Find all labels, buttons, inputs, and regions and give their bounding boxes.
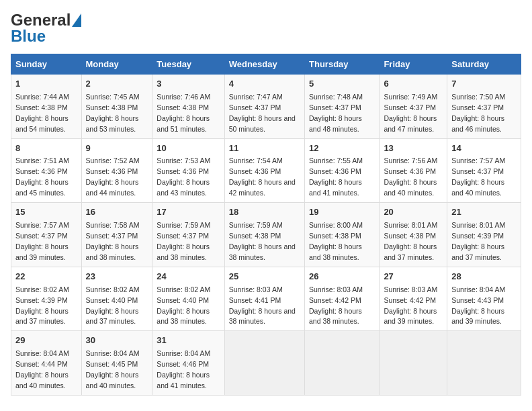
col-header-monday: Monday [81,54,152,75]
day-info: Sunrise: 8:02 AMSunset: 4:40 PMDaylight:… [86,285,140,326]
col-header-sunday: Sunday [11,54,82,75]
day-number: 11 [229,142,300,155]
day-info: Sunrise: 7:53 AMSunset: 4:36 PMDaylight:… [157,156,210,197]
day-number: 16 [86,206,148,219]
day-info: Sunrise: 8:00 AMSunset: 4:38 PMDaylight:… [309,221,363,261]
day-number: 17 [157,206,220,219]
day-info: Sunrise: 8:04 AMSunset: 4:43 PMDaylight:… [451,285,505,326]
calendar-cell: 14 Sunrise: 7:57 AMSunset: 4:37 PMDaylig… [447,138,521,203]
day-info: Sunrise: 8:04 AMSunset: 4:45 PMDaylight:… [86,349,140,390]
day-info: Sunrise: 7:57 AMSunset: 4:37 PMDaylight:… [15,221,69,261]
day-number: 2 [86,78,148,91]
calendar-cell: 24 Sunrise: 8:02 AMSunset: 4:40 PMDaylig… [152,267,224,331]
calendar-cell: 15 Sunrise: 7:57 AMSunset: 4:37 PMDaylig… [11,203,82,267]
day-info: Sunrise: 7:50 AMSunset: 4:37 PMDaylight:… [451,93,505,133]
day-info: Sunrise: 8:02 AMSunset: 4:40 PMDaylight:… [157,285,210,326]
calendar-cell: 22 Sunrise: 8:02 AMSunset: 4:39 PMDaylig… [11,267,82,331]
day-number: 1 [15,78,77,91]
calendar-cell: 12 Sunrise: 7:55 AMSunset: 4:36 PMDaylig… [305,138,380,203]
calendar-cell: 20 Sunrise: 8:01 AMSunset: 4:38 PMDaylig… [380,203,447,267]
day-number: 21 [451,206,517,219]
col-header-tuesday: Tuesday [152,54,224,75]
day-info: Sunrise: 7:59 AMSunset: 4:37 PMDaylight:… [157,221,210,261]
calendar-cell: 6 Sunrise: 7:49 AMSunset: 4:37 PMDayligh… [380,75,447,139]
day-number: 31 [157,334,220,347]
day-info: Sunrise: 8:03 AMSunset: 4:42 PMDaylight:… [309,285,363,326]
calendar-cell: 28 Sunrise: 8:04 AMSunset: 4:43 PMDaylig… [447,267,521,331]
day-number: 20 [384,206,443,219]
day-info: Sunrise: 7:44 AMSunset: 4:38 PMDaylight:… [15,93,69,133]
calendar-week-2: 8 Sunrise: 7:51 AMSunset: 4:36 PMDayligh… [11,138,521,203]
day-info: Sunrise: 7:59 AMSunset: 4:38 PMDaylight:… [229,221,296,261]
day-info: Sunrise: 7:47 AMSunset: 4:37 PMDaylight:… [229,93,296,133]
logo-part2: Blue [11,27,46,46]
day-number: 28 [451,271,517,283]
day-number: 29 [15,334,77,347]
calendar-cell: 31 Sunrise: 8:04 AMSunset: 4:46 PMDaylig… [152,331,224,396]
calendar-cell: 23 Sunrise: 8:02 AMSunset: 4:40 PMDaylig… [81,267,152,331]
calendar-cell: 11 Sunrise: 7:54 AMSunset: 4:36 PMDaylig… [224,138,304,203]
page-header: General Blue [11,11,521,46]
day-info: Sunrise: 8:02 AMSunset: 4:39 PMDaylight:… [15,285,69,326]
day-info: Sunrise: 7:55 AMSunset: 4:36 PMDaylight:… [309,156,363,197]
day-number: 27 [384,271,443,283]
day-info: Sunrise: 7:57 AMSunset: 4:37 PMDaylight:… [451,156,505,197]
day-info: Sunrise: 7:54 AMSunset: 4:36 PMDaylight:… [229,156,296,197]
col-header-saturday: Saturday [447,54,521,75]
day-number: 4 [229,78,300,91]
day-info: Sunrise: 7:46 AMSunset: 4:38 PMDaylight:… [157,93,210,133]
calendar-cell: 29 Sunrise: 8:04 AMSunset: 4:44 PMDaylig… [11,331,82,396]
day-info: Sunrise: 8:01 AMSunset: 4:38 PMDaylight:… [384,221,437,261]
day-info: Sunrise: 7:58 AMSunset: 4:37 PMDaylight:… [86,221,140,261]
calendar-cell: 13 Sunrise: 7:56 AMSunset: 4:36 PMDaylig… [380,138,447,203]
calendar-cell: 8 Sunrise: 7:51 AMSunset: 4:36 PMDayligh… [11,138,82,203]
day-number: 9 [86,142,148,155]
day-number: 10 [157,142,220,155]
calendar-cell: 18 Sunrise: 7:59 AMSunset: 4:38 PMDaylig… [224,203,304,267]
calendar-cell [380,331,447,396]
day-info: Sunrise: 8:03 AMSunset: 4:41 PMDaylight:… [229,285,296,326]
day-info: Sunrise: 7:52 AMSunset: 4:36 PMDaylight:… [86,156,140,197]
calendar-cell: 7 Sunrise: 7:50 AMSunset: 4:37 PMDayligh… [447,75,521,139]
day-info: Sunrise: 7:48 AMSunset: 4:37 PMDaylight:… [309,93,363,133]
day-info: Sunrise: 7:51 AMSunset: 4:36 PMDaylight:… [15,156,69,197]
calendar-cell: 21 Sunrise: 8:01 AMSunset: 4:39 PMDaylig… [447,203,521,267]
calendar-cell: 4 Sunrise: 7:47 AMSunset: 4:37 PMDayligh… [224,75,304,139]
day-number: 7 [451,78,517,91]
day-number: 30 [86,334,148,347]
calendar-table: SundayMondayTuesdayWednesdayThursdayFrid… [11,54,521,396]
col-header-wednesday: Wednesday [224,54,304,75]
calendar-cell: 16 Sunrise: 7:58 AMSunset: 4:37 PMDaylig… [81,203,152,267]
calendar-cell [447,331,521,396]
day-number: 5 [309,78,375,91]
calendar-cell: 1 Sunrise: 7:44 AMSunset: 4:38 PMDayligh… [11,75,82,139]
day-number: 12 [309,142,375,155]
calendar-cell [224,331,304,396]
logo-triangle-icon [72,13,81,27]
day-number: 19 [309,206,375,219]
day-info: Sunrise: 8:01 AMSunset: 4:39 PMDaylight:… [451,221,505,261]
calendar-cell: 5 Sunrise: 7:48 AMSunset: 4:37 PMDayligh… [305,75,380,139]
calendar-cell [305,331,380,396]
day-info: Sunrise: 7:49 AMSunset: 4:37 PMDaylight:… [384,93,437,133]
day-info: Sunrise: 8:03 AMSunset: 4:42 PMDaylight:… [384,285,437,326]
day-info: Sunrise: 8:04 AMSunset: 4:46 PMDaylight:… [157,349,210,390]
day-number: 14 [451,142,517,155]
calendar-cell: 3 Sunrise: 7:46 AMSunset: 4:38 PMDayligh… [152,75,224,139]
day-info: Sunrise: 8:04 AMSunset: 4:44 PMDaylight:… [15,349,69,390]
day-info: Sunrise: 7:45 AMSunset: 4:38 PMDaylight:… [86,93,140,133]
day-number: 22 [15,271,77,283]
day-number: 3 [157,78,220,91]
day-number: 13 [384,142,443,155]
calendar-cell: 10 Sunrise: 7:53 AMSunset: 4:36 PMDaylig… [152,138,224,203]
day-number: 23 [86,271,148,283]
col-header-friday: Friday [380,54,447,75]
calendar-cell: 30 Sunrise: 8:04 AMSunset: 4:45 PMDaylig… [81,331,152,396]
logo: General Blue [11,11,81,46]
calendar-week-1: 1 Sunrise: 7:44 AMSunset: 4:38 PMDayligh… [11,75,521,139]
day-number: 26 [309,271,375,283]
calendar-cell: 2 Sunrise: 7:45 AMSunset: 4:38 PMDayligh… [81,75,152,139]
calendar-cell: 17 Sunrise: 7:59 AMSunset: 4:37 PMDaylig… [152,203,224,267]
calendar-cell: 9 Sunrise: 7:52 AMSunset: 4:36 PMDayligh… [81,138,152,203]
day-number: 6 [384,78,443,91]
